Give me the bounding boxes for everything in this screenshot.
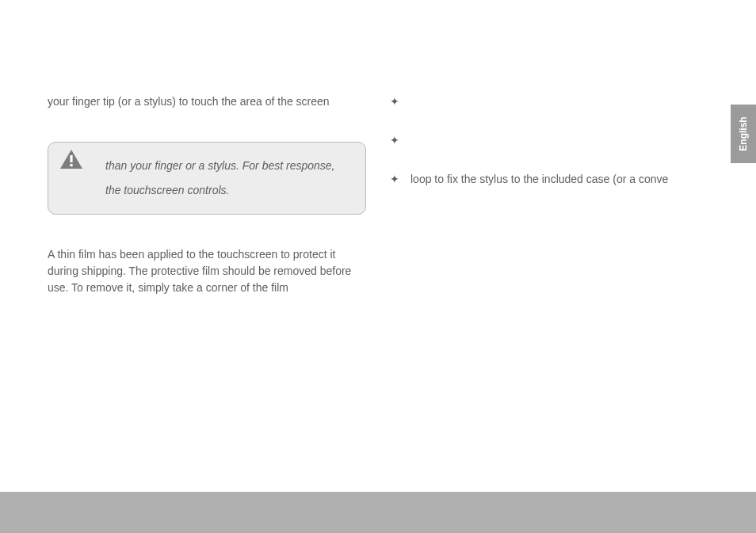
page-content: your finger tip (or a stylus) to touch t… [48, 93, 708, 310]
paragraph-top: your finger tip (or a stylus) to touch t… [48, 93, 366, 110]
bullet-text-2 [410, 132, 708, 149]
left-column: your finger tip (or a stylus) to touch t… [48, 93, 366, 310]
star-icon: ✦ [390, 132, 399, 149]
warning-icon [59, 149, 83, 174]
bullet-item-3: ✦ loop to fix the stylus to the included… [390, 171, 708, 188]
right-column: ✦ ✦ ✦ loop to fix the stylus to the incl… [390, 93, 708, 310]
bullet-item-2: ✦ [390, 132, 708, 149]
star-icon: ✦ [390, 93, 399, 110]
bullet-text-1 [410, 93, 708, 110]
callout-line-2: the touchscreen controls. [105, 178, 351, 203]
footer-bar [0, 492, 756, 533]
bullet-item-1: ✦ [390, 93, 708, 110]
star-icon: ✦ [390, 171, 399, 188]
callout-line-1: than your finger or a stylus. For best r… [105, 154, 351, 178]
warning-callout: than your finger or a stylus. For best r… [48, 142, 366, 215]
language-tab[interactable]: English [731, 105, 756, 163]
svg-rect-1 [70, 155, 72, 162]
paragraph-bottom: A thin film has been applied to the touc… [48, 246, 366, 296]
svg-rect-2 [70, 164, 72, 166]
bullet-text-3: loop to fix the stylus to the included c… [410, 171, 708, 188]
language-tab-label: English [736, 116, 750, 150]
callout-text: than your finger or a stylus. For best r… [63, 154, 351, 203]
